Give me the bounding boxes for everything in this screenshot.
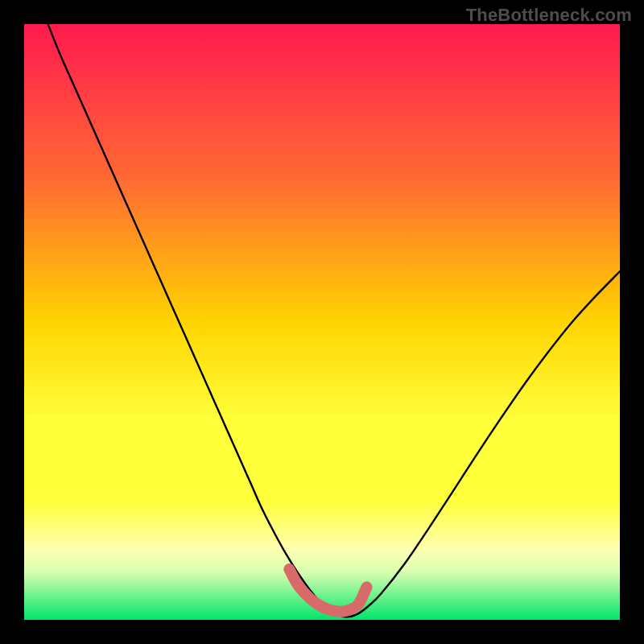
plot-area bbox=[24, 24, 620, 620]
highlight-segment bbox=[24, 24, 620, 620]
chart-frame: TheBottleneck.com bbox=[0, 0, 644, 644]
watermark-text: TheBottleneck.com bbox=[466, 5, 632, 26]
